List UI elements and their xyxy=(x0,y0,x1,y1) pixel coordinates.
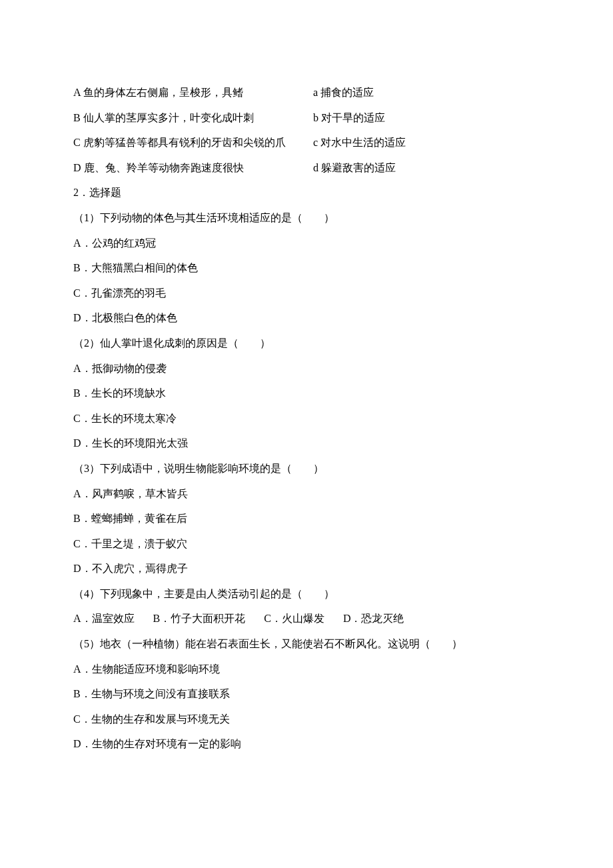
matching-row: D 鹿、兔、羚羊等动物奔跑速度很快 d 躲避敌害的适应 xyxy=(73,155,540,181)
question-4: （4）下列现象中，主要是由人类活动引起的是（ ） A．温室效应 B．竹子大面积开… xyxy=(73,581,540,631)
option: A．抵御动物的侵袭 xyxy=(73,356,540,381)
question-stem: （1）下列动物的体色与其生活环境相适应的是（ ） xyxy=(73,205,540,231)
inline-options-row: A．温室效应 B．竹子大面积开花 C．火山爆发 D．恐龙灭绝 xyxy=(73,606,540,631)
matching-right-item: c 对水中生活的适应 xyxy=(313,130,540,155)
question-stem: （2）仙人掌叶退化成刺的原因是（ ） xyxy=(73,331,540,356)
option: C．生长的环境太寒冷 xyxy=(73,406,540,431)
matching-right-item: b 对干旱的适应 xyxy=(313,105,540,131)
option: B．螳螂捕蝉，黄雀在后 xyxy=(73,506,540,531)
option: C．孔雀漂亮的羽毛 xyxy=(73,281,540,306)
question-3: （3）下列成语中，说明生物能影响环境的是（ ） A．风声鹤唳，草木皆兵 B．螳螂… xyxy=(73,456,540,581)
option: D．生物的生存对环境有一定的影响 xyxy=(73,731,540,757)
matching-right-item: a 捕食的适应 xyxy=(313,80,540,105)
option: A．温室效应 xyxy=(73,606,135,631)
matching-left-item: B 仙人掌的茎厚实多汁，叶变化成叶刺 xyxy=(73,105,313,131)
question-5: （5）地衣（一种植物）能在岩石表面生长，又能使岩石不断风化。这说明（ ） A．生… xyxy=(73,631,540,757)
question-stem: （5）地衣（一种植物）能在岩石表面生长，又能使岩石不断风化。这说明（ ） xyxy=(73,631,540,657)
option: B．生物与环境之间没有直接联系 xyxy=(73,681,540,707)
option: B．大熊猫黑白相间的体色 xyxy=(73,255,540,281)
matching-left-item: A 鱼的身体左右侧扁，呈梭形，具鳍 xyxy=(73,80,313,105)
question-stem: （4）下列现象中，主要是由人类活动引起的是（ ） xyxy=(73,581,540,607)
option: A．公鸡的红鸡冠 xyxy=(73,231,540,256)
matching-left-item: C 虎豹等猛兽等都具有锐利的牙齿和尖锐的爪 xyxy=(73,130,313,155)
option: C．千里之堤，溃于蚁穴 xyxy=(73,531,540,557)
option: D．北极熊白色的体色 xyxy=(73,305,540,331)
option: B．竹子大面积开花 xyxy=(153,606,246,631)
section-title: 2．选择题 xyxy=(73,180,540,205)
matching-row: A 鱼的身体左右侧扁，呈梭形，具鳍 a 捕食的适应 xyxy=(73,80,540,105)
matching-row: C 虎豹等猛兽等都具有锐利的牙齿和尖锐的爪 c 对水中生活的适应 xyxy=(73,130,540,155)
matching-row: B 仙人掌的茎厚实多汁，叶变化成叶刺 b 对干旱的适应 xyxy=(73,105,540,131)
question-1: （1）下列动物的体色与其生活环境相适应的是（ ） A．公鸡的红鸡冠 B．大熊猫黑… xyxy=(73,205,540,331)
option: D．不入虎穴，焉得虎子 xyxy=(73,556,540,581)
question-2: （2）仙人掌叶退化成刺的原因是（ ） A．抵御动物的侵袭 B．生长的环境缺水 C… xyxy=(73,331,540,456)
option: D．恐龙灭绝 xyxy=(343,606,404,631)
matching-left-item: D 鹿、兔、羚羊等动物奔跑速度很快 xyxy=(73,155,313,181)
matching-section: A 鱼的身体左右侧扁，呈梭形，具鳍 a 捕食的适应 B 仙人掌的茎厚实多汁，叶变… xyxy=(73,80,540,180)
option: A．风声鹤唳，草木皆兵 xyxy=(73,481,540,507)
option: B．生长的环境缺水 xyxy=(73,381,540,406)
option: C．生物的生存和发展与环境无关 xyxy=(73,707,540,732)
option: D．生长的环境阳光太强 xyxy=(73,431,540,456)
question-stem: （3）下列成语中，说明生物能影响环境的是（ ） xyxy=(73,456,540,481)
option: A．生物能适应环境和影响环境 xyxy=(73,657,540,682)
option: C．火山爆发 xyxy=(264,606,324,631)
matching-right-item: d 躲避敌害的适应 xyxy=(313,155,540,181)
